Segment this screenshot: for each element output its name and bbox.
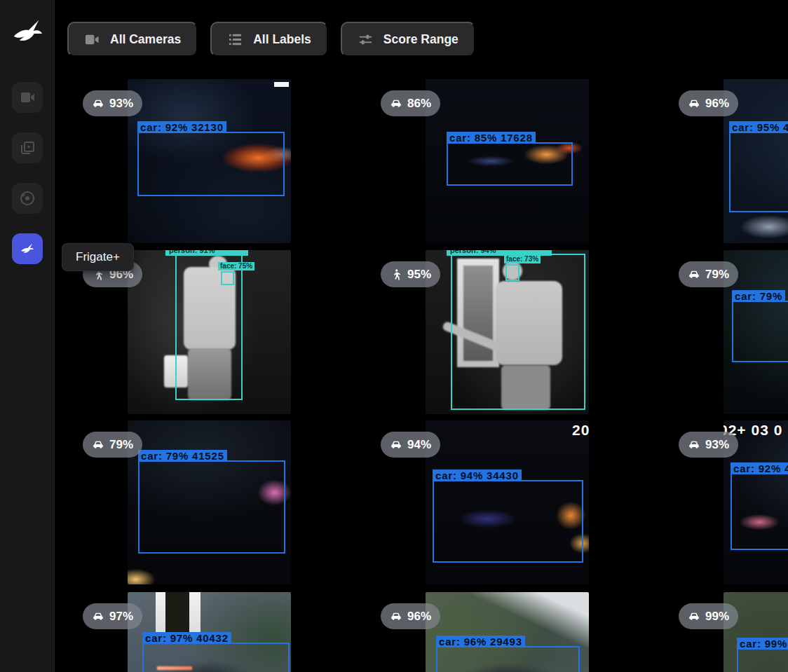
score-badge: 79% (679, 261, 738, 287)
score-badge: 94% (381, 432, 440, 458)
bounding-box: car: 96% 29493 (436, 646, 580, 672)
score-badge: 95% (381, 261, 440, 287)
bounding-box: car: 79% (732, 301, 788, 362)
face-box-label: face: 73% (504, 255, 541, 263)
badge-score: 96% (407, 610, 431, 624)
bounding-box-label: car: 95% 45260 (729, 121, 788, 133)
bounding-box-label: car: 79% 41525 (138, 450, 227, 462)
frigate-plus-page: All Cameras All Labels Score Range 93% c… (0, 0, 788, 672)
score-badge: 93% (679, 432, 738, 458)
camera-timestamp-fragment: 202 (572, 422, 589, 439)
car-icon (688, 97, 700, 110)
filter-label: All Labels (253, 32, 311, 47)
score-badge: 93% (83, 90, 142, 116)
all-labels-filter-button[interactable]: All Labels (210, 22, 328, 57)
bounding-box-label: car: 96% 29493 (436, 636, 525, 647)
review-icon (19, 139, 36, 156)
detection-card[interactable]: 96% car: 96% 29493 (381, 592, 589, 672)
bounding-box: car: 97% 40432 (142, 643, 290, 672)
sidebar-item-export[interactable] (12, 183, 43, 214)
score-badge: 96% (679, 90, 738, 116)
live-camera-icon (19, 89, 36, 106)
tooltip: Frigate+ (62, 243, 134, 271)
timestamp-fragment (274, 82, 289, 87)
badge-score: 95% (407, 268, 431, 282)
score-range-filter-button[interactable]: Score Range (341, 22, 475, 57)
detection-card[interactable]: 99% car: 99% 25 (679, 592, 788, 672)
detection-thumbnail[interactable]: 202 car: 94% 34430 (426, 420, 589, 584)
frigate-plus-icon (19, 240, 36, 257)
sidebar-item-live[interactable] (12, 82, 43, 113)
detection-card[interactable]: 79% car: 79% (679, 250, 788, 414)
bounding-box: car: 92% 4218 (731, 473, 788, 550)
sidebar-item-review[interactable] (12, 132, 43, 163)
car-icon (688, 610, 700, 623)
score-badge: 96% (381, 603, 440, 629)
badge-score: 86% (407, 97, 431, 111)
car-icon (92, 97, 104, 110)
person-icon (390, 268, 402, 281)
bounding-box: car: 92% 32130 (137, 132, 285, 196)
car-icon (92, 439, 104, 451)
detection-thumbnail[interactable]: car: 85% 17628 (426, 79, 589, 243)
tooltip-text: Frigate+ (76, 250, 120, 263)
score-badge: 99% (679, 603, 738, 629)
detection-thumbnail[interactable]: car: 79% 41525 (128, 420, 291, 584)
bounding-box: car: 94% 34430 (433, 480, 583, 563)
badge-score: 93% (109, 97, 133, 111)
person-box-label: person: 91% (165, 250, 248, 256)
car-icon (92, 610, 104, 623)
car-icon (688, 439, 700, 451)
score-badge: 97% (83, 603, 142, 629)
detection-card[interactable]: 96% person: 91% face: 75% (83, 250, 291, 414)
detection-thumbnail[interactable]: person: 94% face: 73% (426, 250, 589, 414)
badge-score: 94% (407, 438, 431, 452)
bounding-box-label: car: 79% (732, 290, 785, 302)
bounding-box: car: 99% 25 (737, 648, 788, 672)
bounding-box: car: 95% 45260 (729, 132, 788, 212)
detection-card[interactable]: 97% car: 97% 40432 (83, 592, 291, 672)
bounding-box-label: car: 92% 4218 (731, 462, 788, 474)
car-icon (390, 439, 402, 451)
sidebar-item-frigate-plus[interactable] (12, 233, 43, 264)
bounding-box-label: car: 92% 32130 (137, 121, 226, 133)
detection-card[interactable]: 79% car: 79% 41525 (83, 420, 291, 584)
badge-score: 93% (705, 438, 729, 452)
bounding-box-label: car: 97% 40432 (142, 632, 231, 644)
export-disc-icon (19, 190, 36, 207)
bounding-box: car: 85% 17628 (447, 142, 573, 186)
list-icon (227, 32, 243, 48)
detection-thumbnail[interactable]: car: 97% 40432 (128, 592, 291, 672)
sidebar (0, 0, 55, 672)
detection-thumbnail[interactable]: car: 92% 32130 (128, 79, 291, 243)
badge-score: 79% (705, 268, 729, 282)
detection-card[interactable]: 95% person: 94% face: 73% (381, 250, 589, 414)
badge-score: 96% (705, 97, 729, 111)
car-icon (390, 97, 402, 110)
score-badge: 86% (381, 90, 440, 116)
detection-card[interactable]: 96% car: 95% 45260 (679, 79, 788, 243)
badge-score: 99% (705, 610, 729, 624)
bounding-box-label: car: 94% 34430 (433, 469, 522, 481)
badge-score: 79% (109, 438, 133, 452)
face-box-label: face: 75% (218, 262, 254, 270)
detection-card[interactable]: 93% 02+ 03 0 car: 92% 4218 (679, 420, 788, 584)
bounding-box-label: car: 99% 25 (737, 638, 788, 650)
all-cameras-filter-button[interactable]: All Cameras (67, 22, 198, 57)
camera-icon (84, 32, 100, 48)
detection-card[interactable]: 94% 202 car: 94% 34430 (381, 420, 589, 584)
badge-score: 97% (109, 610, 133, 624)
face-bounding-box (221, 271, 234, 285)
filter-label: Score Range (383, 32, 458, 47)
car-icon (390, 610, 402, 623)
car-icon (688, 268, 700, 281)
face-bounding-box (505, 264, 519, 281)
detection-thumbnail[interactable]: car: 99% 25 (724, 592, 788, 672)
bounding-box-label: car: 85% 17628 (447, 132, 536, 144)
frigate-logo (11, 15, 43, 49)
detection-card[interactable]: 86% car: 85% 17628 (381, 79, 589, 243)
detection-card[interactable]: 93% car: 92% 32130 (83, 79, 291, 243)
filter-label: All Cameras (110, 32, 181, 47)
detection-thumbnail[interactable]: person: 91% face: 75% (128, 250, 291, 414)
detection-thumbnail[interactable]: car: 96% 29493 (426, 592, 589, 672)
